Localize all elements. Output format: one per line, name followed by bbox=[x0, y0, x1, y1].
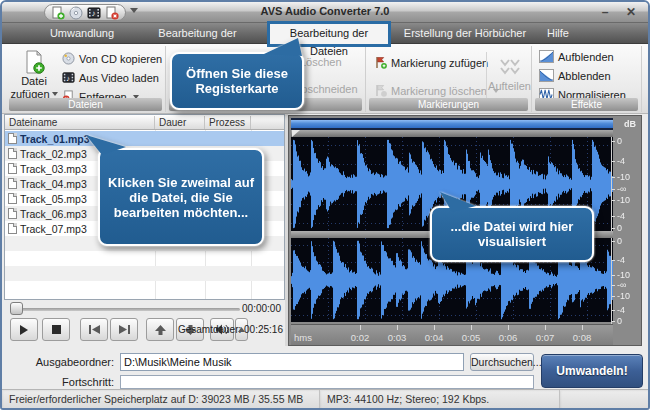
file-name: Track_03.mp3 bbox=[20, 163, 87, 175]
from-video-button[interactable]: ♪ Aus Video laden bbox=[62, 71, 159, 84]
db-tick: 0 bbox=[617, 316, 622, 326]
callout-text: Klicken Sie zweimal auf die Datei, die S… bbox=[98, 148, 264, 246]
timeline-label: 0:05 bbox=[462, 332, 481, 343]
from-cd-label: Von CD kopieren bbox=[79, 53, 162, 65]
close-button[interactable]: ✕ bbox=[620, 3, 642, 21]
timeline-tick bbox=[360, 325, 361, 330]
column-header-prozess[interactable]: Prozess bbox=[205, 116, 251, 129]
db-tick: -10 bbox=[617, 172, 630, 182]
fade-in-icon bbox=[539, 50, 554, 63]
tab-namen-tags[interactable]: Bearbeitung der Namen/Tags bbox=[130, 23, 265, 44]
status-empty-section bbox=[560, 390, 648, 408]
video-icon[interactable]: ♪ bbox=[87, 6, 101, 20]
group-markierungen: Markierung zufügen Markierung löschen Au… bbox=[366, 46, 532, 112]
cd-icon[interactable] bbox=[69, 6, 83, 20]
progress-label: Fortschritt: bbox=[12, 376, 114, 388]
total-duration: Gesamtdauer: 00:25:16 bbox=[178, 324, 283, 335]
delete-marker-label: Markierung löschen bbox=[391, 85, 487, 97]
column-header-dauer[interactable]: Dauer bbox=[155, 116, 205, 129]
empty-row bbox=[5, 281, 284, 296]
group-effekte: Aufblenden Abblenden Normalisieren Effek… bbox=[532, 46, 642, 112]
callout-text: ...die Datei wird hier visualisiert bbox=[430, 206, 594, 262]
timeline-label: 0:03 bbox=[388, 332, 407, 343]
stop-icon bbox=[52, 325, 61, 334]
file-icon bbox=[8, 178, 17, 189]
tab-umwandlung[interactable]: Umwandlung bbox=[42, 23, 122, 44]
db-tick: -10 bbox=[617, 270, 630, 280]
arrow-up-icon bbox=[155, 325, 166, 335]
title-bar: AVS Audio Converter 7.0 – ✕ ♪ bbox=[2, 2, 648, 23]
browse-button[interactable]: Durchsuchen... bbox=[470, 353, 534, 371]
move-up-button[interactable] bbox=[146, 318, 174, 341]
from-video-label: Aus Video laden bbox=[79, 72, 159, 84]
convert-button[interactable]: Umwandeln! bbox=[541, 354, 643, 388]
callout-tail bbox=[258, 38, 302, 56]
cd-icon bbox=[62, 52, 75, 65]
file-name: Track_02.mp3 bbox=[20, 148, 87, 160]
fade-in-label: Aufblenden bbox=[558, 51, 614, 63]
previous-button[interactable] bbox=[80, 318, 108, 341]
file-icon bbox=[8, 163, 17, 174]
db-scale-right-channel: 0 -4 -10 -∞ -10 -4 0 bbox=[611, 238, 639, 324]
file-name: Track_07.mp3 bbox=[20, 223, 87, 235]
timeline-tick bbox=[471, 325, 472, 330]
db-scale-left-channel: 0 -4 -10 -∞ -10 -4 0 bbox=[611, 137, 639, 231]
db-tick: 0 bbox=[617, 236, 622, 246]
marker-flag-icon bbox=[374, 84, 387, 97]
file-row-track-01[interactable]: Track_01.mp3 bbox=[5, 131, 284, 146]
waveform-zoom-bar[interactable] bbox=[291, 118, 613, 130]
db-tick: 0 bbox=[617, 136, 622, 146]
timeline-tick bbox=[545, 325, 546, 330]
progress-bar bbox=[120, 375, 534, 389]
file-icon bbox=[8, 193, 17, 204]
from-cd-button[interactable]: Von CD kopieren bbox=[62, 52, 162, 65]
callout-visualized-here: ...die Datei wird hier visualisiert bbox=[430, 206, 594, 262]
quickbar-dropdown-icon[interactable] bbox=[130, 8, 138, 13]
add-file-label-1: Datei bbox=[21, 75, 47, 87]
play-icon bbox=[19, 325, 29, 335]
file-name: Track_01.mp3 bbox=[20, 133, 89, 145]
next-button[interactable] bbox=[110, 318, 138, 341]
split-icon bbox=[499, 58, 521, 76]
fade-out-icon bbox=[539, 69, 554, 82]
add-marker-label: Markierung zufügen bbox=[391, 57, 488, 69]
waveform-marker-strip[interactable] bbox=[291, 130, 613, 137]
timeline-label: 0:02 bbox=[351, 332, 370, 343]
tab-hilfe[interactable]: Hilfe bbox=[538, 23, 578, 44]
output-folder-input[interactable] bbox=[120, 353, 464, 371]
dropdown-arrow-icon bbox=[52, 92, 58, 96]
timeline-label: 0:08 bbox=[573, 332, 592, 343]
seek-slider-track[interactable] bbox=[12, 308, 240, 311]
waveform-timeline: hms 0:02 0:03 0:04 0:05 0:06 0:07 0:08 bbox=[291, 324, 613, 345]
split-label: Aufteilen bbox=[488, 80, 531, 92]
column-header-dateiname[interactable]: Dateiname bbox=[5, 116, 155, 129]
remove-file-icon[interactable] bbox=[105, 6, 119, 20]
minimize-button[interactable]: – bbox=[594, 3, 616, 21]
previous-icon bbox=[89, 325, 100, 334]
file-name: Track_04.mp3 bbox=[20, 178, 87, 190]
file-icon bbox=[8, 223, 17, 234]
split-button[interactable]: Aufteilen bbox=[486, 52, 528, 98]
stop-button[interactable] bbox=[42, 318, 70, 341]
add-file-icon[interactable] bbox=[51, 6, 65, 20]
file-icon bbox=[8, 148, 17, 159]
empty-row bbox=[5, 251, 284, 266]
seek-row: 00:00:00 bbox=[4, 302, 285, 315]
tab-hoerbuecher[interactable]: Erstellung der Hörbücher bbox=[400, 23, 530, 44]
callout-open-tab: Öffnen Sie diese Registerkarte bbox=[170, 52, 304, 110]
delete-marker-button[interactable]: Markierung löschen bbox=[374, 84, 499, 97]
file-name: Track_06.mp3 bbox=[20, 208, 87, 220]
status-format-info: MP3: 44100 Hz; Stereo; 192 Kbps. bbox=[320, 390, 560, 408]
fade-in-button[interactable]: Aufblenden bbox=[539, 50, 614, 63]
video-icon: ♪ bbox=[62, 71, 75, 84]
play-button[interactable] bbox=[10, 318, 38, 341]
file-list-header: Dateiname Dauer Prozess bbox=[5, 115, 284, 130]
add-marker-button[interactable]: Markierung zufügen bbox=[374, 56, 488, 69]
add-file-button[interactable]: Datei zufügen bbox=[12, 50, 56, 100]
db-tick: -∞ bbox=[617, 184, 626, 194]
db-tick: 0 bbox=[617, 223, 622, 233]
group-label-effekte: Effekte bbox=[535, 98, 638, 111]
fade-out-label: Abblenden bbox=[558, 70, 611, 82]
seek-slider-knob[interactable] bbox=[10, 302, 23, 315]
fade-out-button[interactable]: Abblenden bbox=[539, 69, 611, 82]
